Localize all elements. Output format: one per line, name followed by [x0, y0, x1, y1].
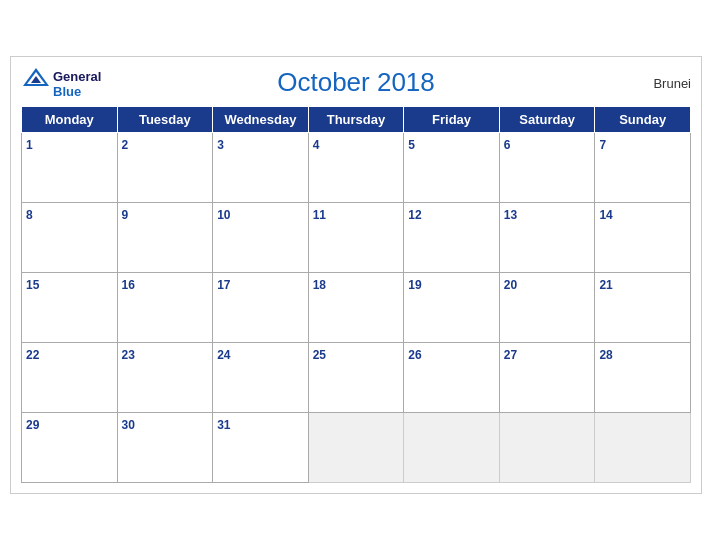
date-number: 13 [504, 208, 517, 222]
header-saturday: Saturday [499, 107, 595, 133]
header-wednesday: Wednesday [213, 107, 309, 133]
date-number: 20 [504, 278, 517, 292]
calendar-cell: 17 [213, 273, 309, 343]
calendar-cell: 28 [595, 343, 691, 413]
date-number: 27 [504, 348, 517, 362]
date-number: 4 [313, 138, 320, 152]
date-number: 21 [599, 278, 612, 292]
country-label: Brunei [653, 75, 691, 90]
header-thursday: Thursday [308, 107, 404, 133]
date-number: 3 [217, 138, 224, 152]
date-number: 7 [599, 138, 606, 152]
date-number: 25 [313, 348, 326, 362]
date-number: 23 [122, 348, 135, 362]
date-number: 11 [313, 208, 326, 222]
calendar-cell: 7 [595, 133, 691, 203]
date-number: 5 [408, 138, 415, 152]
logo-area: General Blue [21, 66, 101, 99]
calendar-cell: 3 [213, 133, 309, 203]
calendar-cell: 15 [22, 273, 118, 343]
calendar-cell: 2 [117, 133, 213, 203]
calendar-cell [499, 413, 595, 483]
calendar-cell: 20 [499, 273, 595, 343]
calendar: General Blue October 2018 Brunei Monday … [10, 56, 702, 494]
calendar-cell: 21 [595, 273, 691, 343]
week-row-5: 293031 [22, 413, 691, 483]
date-number: 17 [217, 278, 230, 292]
generalblue-logo-icon [21, 66, 51, 88]
week-row-2: 891011121314 [22, 203, 691, 273]
date-number: 30 [122, 418, 135, 432]
calendar-body: 1234567891011121314151617181920212223242… [22, 133, 691, 483]
date-number: 26 [408, 348, 421, 362]
date-number: 24 [217, 348, 230, 362]
date-number: 14 [599, 208, 612, 222]
calendar-cell: 19 [404, 273, 500, 343]
date-number: 6 [504, 138, 511, 152]
calendar-cell: 27 [499, 343, 595, 413]
logo-general-text: General [53, 70, 101, 84]
date-number: 15 [26, 278, 39, 292]
date-number: 18 [313, 278, 326, 292]
calendar-cell: 9 [117, 203, 213, 273]
calendar-cell: 10 [213, 203, 309, 273]
calendar-header: General Blue October 2018 Brunei [21, 67, 691, 98]
header-sunday: Sunday [595, 107, 691, 133]
logo-blue-text: Blue [53, 85, 101, 99]
week-row-3: 15161718192021 [22, 273, 691, 343]
calendar-cell: 14 [595, 203, 691, 273]
calendar-cell: 8 [22, 203, 118, 273]
header-friday: Friday [404, 107, 500, 133]
date-number: 16 [122, 278, 135, 292]
calendar-cell: 13 [499, 203, 595, 273]
calendar-cell: 1 [22, 133, 118, 203]
date-number: 28 [599, 348, 612, 362]
calendar-table: Monday Tuesday Wednesday Thursday Friday… [21, 106, 691, 483]
date-number: 1 [26, 138, 33, 152]
calendar-cell: 23 [117, 343, 213, 413]
header-tuesday: Tuesday [117, 107, 213, 133]
calendar-cell: 26 [404, 343, 500, 413]
week-row-4: 22232425262728 [22, 343, 691, 413]
header-monday: Monday [22, 107, 118, 133]
calendar-cell [308, 413, 404, 483]
calendar-cell: 11 [308, 203, 404, 273]
calendar-cell: 16 [117, 273, 213, 343]
date-number: 29 [26, 418, 39, 432]
date-number: 22 [26, 348, 39, 362]
week-row-1: 1234567 [22, 133, 691, 203]
date-number: 31 [217, 418, 230, 432]
date-number: 9 [122, 208, 129, 222]
calendar-cell: 22 [22, 343, 118, 413]
calendar-title: October 2018 [277, 67, 435, 98]
calendar-cell: 25 [308, 343, 404, 413]
calendar-cell: 31 [213, 413, 309, 483]
date-number: 2 [122, 138, 129, 152]
calendar-cell: 30 [117, 413, 213, 483]
calendar-cell [404, 413, 500, 483]
date-number: 12 [408, 208, 421, 222]
calendar-cell: 18 [308, 273, 404, 343]
date-number: 19 [408, 278, 421, 292]
calendar-cell: 24 [213, 343, 309, 413]
calendar-cell [595, 413, 691, 483]
calendar-cell: 12 [404, 203, 500, 273]
calendar-cell: 5 [404, 133, 500, 203]
date-number: 8 [26, 208, 33, 222]
calendar-cell: 29 [22, 413, 118, 483]
calendar-cell: 6 [499, 133, 595, 203]
calendar-cell: 4 [308, 133, 404, 203]
date-number: 10 [217, 208, 230, 222]
weekday-header-row: Monday Tuesday Wednesday Thursday Friday… [22, 107, 691, 133]
